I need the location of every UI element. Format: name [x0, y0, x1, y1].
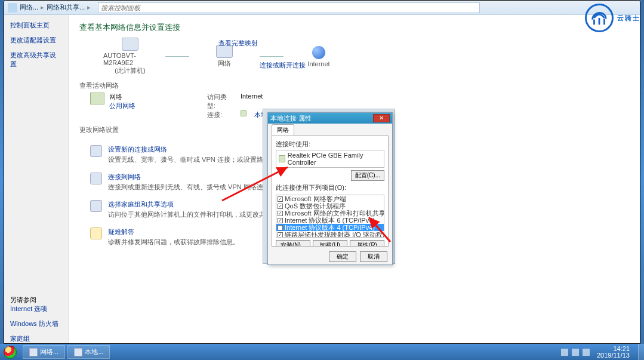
- checkbox-icon[interactable]: ✓: [278, 218, 283, 223]
- page-title: 查看基本网络信息并设置连接: [79, 22, 629, 33]
- access-value: Internet: [241, 93, 263, 110]
- task-icon: [90, 227, 102, 239]
- list-item-label: Microsoft 网络客户端: [285, 195, 346, 202]
- sidebar-item-adapter[interactable]: 更改适配器设置: [10, 36, 62, 45]
- taskbar-app-icon: [29, 348, 38, 356]
- active-networks-header: 查看活动网络: [79, 81, 629, 90]
- task-icon: [90, 173, 102, 184]
- ok-button[interactable]: 确定: [329, 251, 356, 262]
- tray-network-icon[interactable]: [572, 349, 579, 356]
- install-button[interactable]: 安装(N)...: [276, 240, 310, 247]
- conn-label: 连接:: [207, 110, 235, 119]
- checkbox-icon[interactable]: ✓: [278, 225, 283, 230]
- annotation-arrow-2: [366, 215, 396, 246]
- show-desktop-button[interactable]: [638, 344, 644, 360]
- see-also-firewall[interactable]: Windows 防火墙: [10, 319, 62, 328]
- system-tray: 14:21 2019/11/13: [556, 346, 634, 359]
- map-line-icon: [165, 56, 189, 57]
- conn-mini-icon: [241, 110, 246, 116]
- clock-date: 2019/11/13: [597, 352, 630, 359]
- internet-label: Internet: [307, 60, 329, 67]
- breadcrumb-0[interactable]: 网络...: [20, 3, 38, 12]
- breadcrumb-sep-icon: ▸: [87, 4, 91, 11]
- taskbar-btn-label: 网络...: [40, 347, 58, 356]
- list-item-label: QoS 数据包计划程序: [285, 202, 346, 210]
- active-net-name: 网络: [109, 93, 135, 101]
- start-button[interactable]: [0, 344, 20, 360]
- nav-back-icon[interactable]: [8, 3, 17, 13]
- list-item-label: Internet 协议版本 4 (TCP/IPv4): [285, 224, 375, 231]
- network-map: AUTOBVT-M2RA9E2 (此计算机) 网络 Internet: [103, 38, 629, 75]
- pc-sub: (此计算机): [115, 66, 145, 75]
- clock-time: 14:21: [597, 346, 630, 352]
- dialog-titlebar[interactable]: 本地连接 属性 ✕: [268, 113, 392, 124]
- tray-sound-icon[interactable]: [583, 349, 590, 356]
- configure-button[interactable]: 配置(C)...: [351, 170, 384, 181]
- bench-icon: [90, 93, 104, 104]
- checkbox-icon[interactable]: ✓: [278, 232, 283, 238]
- annotation-arrow-1: [222, 165, 294, 202]
- breadcrumb-sep-icon: ▸: [41, 4, 44, 11]
- task-icon: [90, 145, 102, 157]
- see-also-header: 另请参阅: [10, 296, 62, 304]
- sidebar-item-sharing[interactable]: 更改高级共享设置: [10, 51, 62, 69]
- active-net-type[interactable]: 公用网络: [109, 101, 135, 110]
- task-troubleshoot-link[interactable]: 疑难解答: [108, 227, 239, 236]
- network-name: 网络: [218, 59, 231, 68]
- view-full-map-link[interactable]: 查看完整映射: [218, 39, 258, 48]
- checkbox-icon[interactable]: ✓: [278, 204, 283, 209]
- list-item[interactable]: ✓QoS 数据包计划程序: [276, 202, 384, 210]
- see-also-homegroup[interactable]: 家庭组: [10, 334, 62, 343]
- watermark-text: 云骑士: [617, 14, 640, 23]
- checkbox-icon[interactable]: ✓: [278, 211, 283, 216]
- dialog-tabbar: 网络: [268, 124, 392, 136]
- taskbar: 网络... 本地... 14:21 2019/11/13: [0, 344, 644, 360]
- cancel-button[interactable]: 取消: [360, 251, 387, 262]
- taskbar-btn-network[interactable]: 网络...: [23, 345, 65, 359]
- sidebar: 控制面板主页 更改适配器设置 更改高级共享设置 另请参阅 Internet 选项…: [4, 15, 69, 344]
- windows-orb-icon: [4, 346, 17, 359]
- pc-name: AUTOBVT-M2RA9E2: [103, 52, 157, 66]
- tray-flag-icon[interactable]: [561, 349, 568, 356]
- svg-line-1: [369, 217, 390, 242]
- access-label: 访问类型:: [207, 93, 235, 110]
- clock[interactable]: 14:21 2019/11/13: [597, 346, 630, 359]
- breadcrumb-1[interactable]: 网络和共享...: [47, 3, 85, 12]
- list-item-label: Internet 协议版本 6 (TCP/IPv6): [285, 217, 375, 224]
- uninstall-button[interactable]: 卸载(U): [313, 240, 347, 247]
- adapter-icon: [279, 155, 285, 162]
- dialog-title: 本地连接 属性: [270, 114, 312, 123]
- svg-line-0: [222, 167, 288, 201]
- taskbar-app-icon: [74, 348, 82, 356]
- task-icon: [90, 200, 102, 212]
- window-titlebar: 网络... ▸ 网络和共享... ▸: [4, 1, 640, 15]
- pc-icon: [122, 38, 138, 51]
- taskbar-btn-label: 本地...: [85, 347, 103, 356]
- adapter-name: Realtek PCIe GBE Family Controller: [288, 152, 381, 166]
- search-input[interactable]: [98, 2, 480, 13]
- tab-network[interactable]: 网络: [272, 124, 294, 136]
- sidebar-item-home[interactable]: 控制面板主页: [10, 21, 62, 30]
- watermark-icon: [585, 4, 614, 32]
- connect-using-label: 连接时使用:: [276, 140, 384, 149]
- task-desc: 诊断并修复网络问题，或获得故障排除信息。: [108, 238, 239, 247]
- watermark: 云骑士: [585, 4, 640, 32]
- see-also-internet-options[interactable]: Internet 选项: [10, 304, 62, 313]
- map-line-icon: [260, 56, 284, 57]
- taskbar-btn-local[interactable]: 本地...: [67, 345, 110, 359]
- globe-icon: [312, 46, 325, 59]
- connect-disconnect-link[interactable]: 连接或断开连接: [260, 61, 306, 70]
- close-icon[interactable]: ✕: [373, 114, 390, 122]
